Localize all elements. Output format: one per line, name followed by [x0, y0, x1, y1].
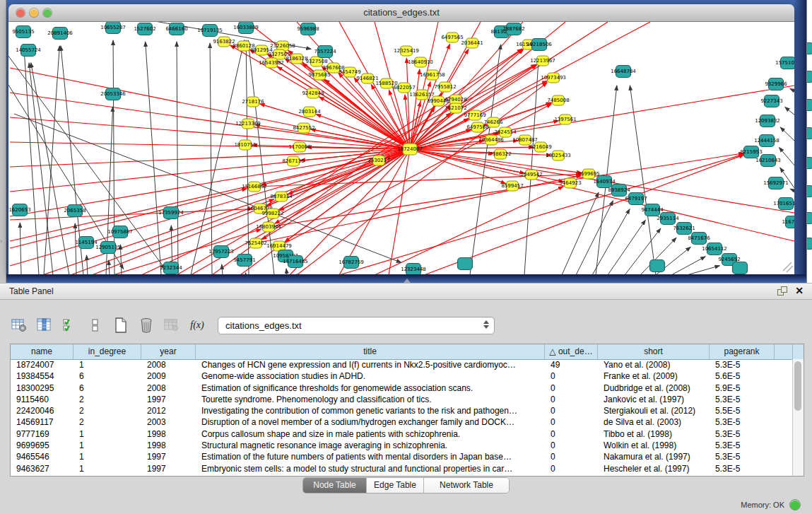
column-header[interactable]	[775, 344, 793, 359]
table-cell[interactable]: 0	[545, 440, 598, 451]
table-cell[interactable]: Dudbridge et al. (2008)	[598, 382, 710, 394]
tab-node-table[interactable]: Node Table	[303, 478, 367, 493]
table-row[interactable]: 2242004622012Investigating the contribut…	[11, 405, 793, 416]
table-cell[interactable]: 1997	[141, 394, 196, 405]
split-resize-handle[interactable]	[404, 279, 411, 283]
table-cell[interactable]: 2012	[141, 405, 196, 416]
table-cell[interactable]: 5.3E-5	[710, 440, 775, 451]
network-node[interactable]	[733, 262, 748, 274]
table-cell[interactable]: 2	[73, 416, 141, 428]
function-builder-icon[interactable]: f(x)	[188, 316, 206, 334]
table-cell[interactable]: 2003	[141, 416, 196, 428]
table-panel-header[interactable]: Table Panel ✕	[0, 283, 812, 300]
table-cell[interactable]: 5.3E-5	[710, 416, 775, 428]
network-view-window[interactable]: citations_edges.txt 18724007916382288601…	[8, 4, 794, 274]
table-cell[interactable]: Estimation of the future numbers of pati…	[196, 451, 545, 462]
network-node[interactable]	[806, 99, 812, 111]
table-cell[interactable]: 2	[73, 405, 141, 416]
table-cell[interactable]: 1997	[141, 451, 196, 462]
table-cell[interactable]: 1	[73, 463, 141, 474]
table-cell[interactable]: 22420046	[11, 405, 73, 416]
table-cell[interactable]: Disruption of a novel member of a sodium…	[196, 416, 545, 428]
column-header[interactable]: name	[11, 344, 73, 359]
collapse-panel-chevron-icon[interactable]: ›	[0, 238, 2, 245]
table-cell[interactable]: 0	[545, 382, 598, 394]
table-cell[interactable]: 0	[545, 405, 598, 416]
network-node[interactable]	[806, 127, 812, 139]
table-cell[interactable]: 9777169	[11, 428, 73, 440]
column-header[interactable]: title	[196, 344, 545, 359]
table-cell[interactable]: Tourette syndrome. Phenomenology and cla…	[196, 394, 545, 405]
table-cell[interactable]: 5.6E-5	[710, 370, 775, 382]
table-cell[interactable]: Investigating the contribution of common…	[196, 405, 545, 416]
table-cell[interactable]: Estimation of significance thresholds fo…	[196, 382, 545, 394]
table-cell[interactable]: 2009	[141, 370, 196, 382]
table-cell[interactable]: Franke et al. (2009)	[598, 370, 710, 382]
table-select-combobox[interactable]: citations_edges.txt	[218, 317, 495, 334]
scrollbar-thumb[interactable]	[794, 361, 801, 411]
column-header[interactable]: in_degree	[73, 344, 141, 359]
network-node[interactable]	[806, 212, 812, 224]
table-cell[interactable]: 0	[545, 428, 598, 440]
table-cell[interactable]: 1997	[141, 463, 196, 474]
table-row[interactable]: 969969511998Structural magnetic resonanc…	[11, 440, 793, 451]
table-cell[interactable]: 0	[545, 370, 598, 382]
table-cell[interactable]: Yano et al. (2008)	[598, 359, 710, 370]
table-row[interactable]: 1456911722003Disruption of a novel membe…	[11, 416, 793, 428]
table-cell[interactable]: 1	[73, 428, 141, 440]
table-cell[interactable]: 2008	[141, 359, 196, 370]
table-cell[interactable]: 6	[73, 370, 141, 382]
new-table-icon[interactable]	[112, 316, 130, 334]
table-cell[interactable]: Hescheler et al. (1997)	[598, 463, 710, 474]
table-cell[interactable]: 14569117	[11, 416, 73, 428]
delete-table-icon[interactable]	[137, 316, 155, 334]
table-row[interactable]: 911546021997Tourette syndrome. Phenomeno…	[11, 394, 793, 405]
table-cell[interactable]: 0	[545, 463, 598, 474]
float-panel-icon[interactable]	[777, 286, 787, 296]
table-cell[interactable]: 5.3E-5	[710, 451, 775, 462]
table-cell[interactable]: 9699695	[11, 440, 73, 451]
table-row[interactable]: 946362711997Embryonic stem cells: a mode…	[11, 463, 793, 474]
network-node[interactable]	[806, 71, 812, 83]
tab-edge-table[interactable]: Edge Table	[367, 478, 424, 493]
network-node[interactable]	[650, 260, 665, 272]
table-cell[interactable]: Embryonic stem cells: a model to study s…	[196, 463, 545, 474]
table-cell[interactable]: 19384554	[11, 370, 73, 382]
network-node[interactable]	[806, 42, 812, 54]
table-cell[interactable]: 1	[73, 359, 141, 370]
column-header[interactable]: year	[141, 344, 196, 359]
select-all-icon[interactable]	[61, 316, 79, 334]
network-node[interactable]	[806, 185, 812, 197]
table-cell[interactable]: 5.3E-5	[710, 394, 775, 405]
unselect-all-icon[interactable]	[86, 316, 105, 334]
table-row[interactable]: 946554611997Estimation of the future num…	[11, 451, 793, 462]
table-cell[interactable]: 0	[545, 451, 598, 462]
table-cell[interactable]: Corpus callosum shape and size in male p…	[196, 428, 545, 440]
table-cell[interactable]: Structural magnetic resonance image aver…	[196, 440, 545, 451]
table-cell[interactable]: 9463627	[11, 463, 73, 474]
table-row[interactable]: 977716911998Corpus callosum shape and si…	[11, 428, 793, 440]
table-cell[interactable]: 9115460	[11, 394, 73, 405]
network-node[interactable]	[806, 238, 812, 250]
table-cell[interactable]: 1998	[141, 428, 196, 440]
column-header[interactable]: pagerank	[710, 344, 775, 359]
network-node[interactable]	[458, 258, 473, 270]
table-cell[interactable]: de Silva et al. (2003)	[598, 416, 710, 428]
table-cell[interactable]: 5.9E-5	[710, 382, 775, 394]
table-cell[interactable]: 9465546	[11, 451, 73, 462]
window-titlebar[interactable]: citations_edges.txt	[8, 4, 794, 22]
table-cell[interactable]: Jankovic et al. (1997)	[598, 394, 710, 405]
table-row[interactable]: 1830029562008Estimation of significance …	[11, 382, 793, 394]
table-cell[interactable]: 5.3E-5	[710, 359, 775, 370]
network-canvas[interactable]: 1872400791638228860128891295423226058932…	[8, 22, 794, 275]
column-header[interactable]: △ out_de…	[545, 344, 598, 359]
column-header[interactable]: short	[598, 344, 710, 359]
table-cell[interactable]: Stergiakouli et al. (2012)	[598, 405, 710, 416]
table-header-row[interactable]: namein_degreeyeartitle△ out_de…shortpage…	[11, 344, 804, 360]
network-node[interactable]	[806, 157, 812, 169]
table-cell[interactable]: 18724007	[11, 359, 73, 370]
import-table-icon[interactable]	[163, 316, 181, 334]
table-cell[interactable]: 6	[73, 382, 141, 394]
table-row[interactable]: 1872400712008Changes of HCN gene express…	[11, 359, 793, 370]
close-panel-icon[interactable]: ✕	[795, 286, 804, 296]
